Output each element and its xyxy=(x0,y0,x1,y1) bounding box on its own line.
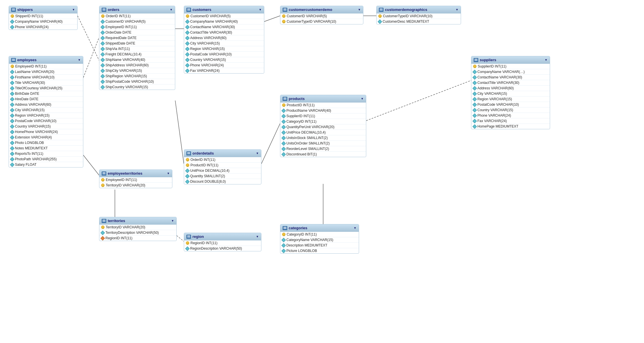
field-text: ProductID INT(11) xyxy=(190,163,218,167)
table-row: FirstName VARCHAR(10) xyxy=(9,75,83,80)
field-text: EmployeeID INT(11) xyxy=(105,25,137,29)
dropdown-arrow-icon[interactable]: ▼ xyxy=(256,152,259,155)
table-row: Address VARCHAR(60) xyxy=(471,86,550,91)
table-row: PhotoPath VARCHAR(255) xyxy=(9,157,83,162)
dropdown-arrow-icon[interactable]: ▼ xyxy=(545,58,547,61)
dropdown-arrow-icon[interactable]: ▼ xyxy=(256,235,259,238)
table-row: CustomerDesc MEDIUMTEXT xyxy=(377,19,461,24)
dropdown-arrow-icon[interactable]: ▼ xyxy=(259,8,262,11)
table-header-customercustomerdemo[interactable]: customercustomerdemo▼ xyxy=(280,6,363,14)
field-text: CategoryName VARCHAR(15) xyxy=(286,238,333,242)
table-name-orders: orders xyxy=(108,7,119,12)
field-text: City VARCHAR(15) xyxy=(190,41,220,45)
dropdown-arrow-icon[interactable]: ▼ xyxy=(171,219,174,222)
table-customers: customers▼CustomerID VARCHAR(5)CompanyNa… xyxy=(184,6,264,74)
table-row: HomePhone VARCHAR(24) xyxy=(9,129,83,135)
table-row: HireDate DATE xyxy=(9,97,83,102)
table-row: PostalCode VARCHAR(10) xyxy=(184,52,264,57)
table-row: Region VARCHAR(15) xyxy=(184,46,264,52)
table-header-employeeterritories[interactable]: employeeterritories▼ xyxy=(99,170,172,177)
dropdown-arrow-icon[interactable]: ▼ xyxy=(78,58,81,61)
table-title-territories: territories xyxy=(102,219,125,223)
field-text: OrderID INT(11) xyxy=(106,14,131,18)
field-text: Address VARCHAR(60) xyxy=(15,103,51,107)
dropdown-arrow-icon[interactable]: ▼ xyxy=(456,8,458,11)
field-text: SupplierID INT(11) xyxy=(286,114,315,118)
field-text: Phone VARCHAR(24) xyxy=(477,113,511,117)
field-text: Fax VARCHAR(24) xyxy=(477,119,507,123)
key-icon xyxy=(11,65,14,68)
field-text: ShippedDate DATE xyxy=(105,41,135,45)
table-row: ProductName VARCHAR(40) xyxy=(280,108,366,113)
table-header-categories[interactable]: categories▼ xyxy=(280,224,359,232)
table-row: CustomerTypeID VARCHAR(10) xyxy=(377,14,461,19)
key-icon xyxy=(11,14,14,18)
svg-line-9 xyxy=(261,124,280,164)
erd-diagram: shippers▼ShipperID INT(11)CompanyName VA… xyxy=(0,0,644,343)
table-row: Country VARCHAR(15) xyxy=(471,107,550,113)
svg-line-5 xyxy=(177,236,184,241)
table-header-region[interactable]: region▼ xyxy=(184,233,261,240)
key-icon xyxy=(101,184,105,187)
field-text: CompanyName VARCHAR(40) xyxy=(190,20,238,24)
table-row: Quantity SMALLINT(2) xyxy=(184,174,261,179)
table-name-customercustomerdemo: customercustomerdemo xyxy=(289,7,332,12)
diamond-icon xyxy=(10,130,15,134)
table-header-shippers[interactable]: shippers▼ xyxy=(9,6,77,14)
diamond-icon xyxy=(378,19,382,24)
table-name-shippers: shippers xyxy=(17,7,33,12)
table-icon xyxy=(283,8,287,12)
key-icon xyxy=(282,14,286,18)
table-header-customers[interactable]: customers▼ xyxy=(184,6,264,14)
table-row: SupplierID INT(11) xyxy=(471,64,550,69)
dropdown-arrow-icon[interactable]: ▼ xyxy=(170,8,173,11)
dropdown-arrow-icon[interactable]: ▼ xyxy=(167,172,170,175)
table-row: TerritoryDescription VARCHAR(50) xyxy=(99,230,176,236)
table-row: CompanyName VARCHAR(40) xyxy=(184,19,264,24)
table-icon xyxy=(11,8,16,12)
field-text: RegionDescription VARCHAR(50) xyxy=(190,246,242,250)
table-row: Phone VARCHAR(24) xyxy=(9,24,77,30)
diamond-orange-icon xyxy=(101,236,105,240)
dropdown-arrow-icon[interactable]: ▼ xyxy=(354,226,356,230)
diamond-icon xyxy=(101,230,105,235)
field-text: OrderDate DATE xyxy=(105,30,131,34)
table-header-products[interactable]: products▼ xyxy=(280,95,366,103)
field-text: HomePage MEDIUMTEXT xyxy=(477,124,518,128)
table-employees: employees▼EmployeeID INT(11)LastName VAR… xyxy=(9,56,83,167)
diamond-icon xyxy=(10,151,15,156)
dropdown-arrow-icon[interactable]: ▼ xyxy=(358,8,361,11)
key-icon xyxy=(282,103,286,107)
table-header-territories[interactable]: territories▼ xyxy=(99,217,176,225)
table-customerdemographics: customerdemographics▼CustomerTypeID VARC… xyxy=(376,6,461,24)
dropdown-arrow-icon[interactable]: ▼ xyxy=(361,97,364,100)
table-row: PostalCode VARCHAR(10) xyxy=(471,102,550,107)
field-text: Country VARCHAR(15) xyxy=(15,124,51,128)
field-text: ReportsTo INT(11) xyxy=(15,152,43,156)
table-row: Address VARCHAR(60) xyxy=(184,35,264,41)
table-title-customercustomerdemo: customercustomerdemo xyxy=(283,7,332,12)
table-header-employees[interactable]: employees▼ xyxy=(9,56,83,64)
key-icon xyxy=(282,20,286,23)
field-text: CustomerID VARCHAR(5) xyxy=(105,20,146,24)
diamond-icon xyxy=(185,63,190,68)
table-header-orders[interactable]: orders▼ xyxy=(99,6,175,14)
field-text: UnitsInStock SMALLINT(2) xyxy=(286,136,328,140)
diamond-icon xyxy=(10,19,15,24)
dropdown-arrow-icon[interactable]: ▼ xyxy=(72,8,75,11)
table-header-suppliers[interactable]: suppliers▼ xyxy=(471,56,550,64)
diamond-icon xyxy=(185,57,190,62)
table-row: City VARCHAR(15) xyxy=(184,41,264,46)
diamond-icon xyxy=(473,75,477,80)
table-header-customerdemographics[interactable]: customerdemographics▼ xyxy=(377,6,461,14)
field-text: ShipperID INT(11) xyxy=(15,14,43,18)
field-text: ContactName VARCHAR(30) xyxy=(190,25,235,29)
table-row: Fax VARCHAR(24) xyxy=(184,68,264,73)
table-row: Region VARCHAR(15) xyxy=(471,97,550,102)
diamond-icon xyxy=(281,248,286,253)
table-row: CustomerID VARCHAR(5) xyxy=(280,14,363,19)
field-text: PostalCode VARCHAR(10) xyxy=(477,103,519,107)
table-territories: territories▼TerritoryID VARCHAR(20)Terri… xyxy=(99,217,177,241)
table-row: ProductID INT(11) xyxy=(184,163,261,168)
table-header-orderdetails[interactable]: orderdetails▼ xyxy=(184,150,261,157)
